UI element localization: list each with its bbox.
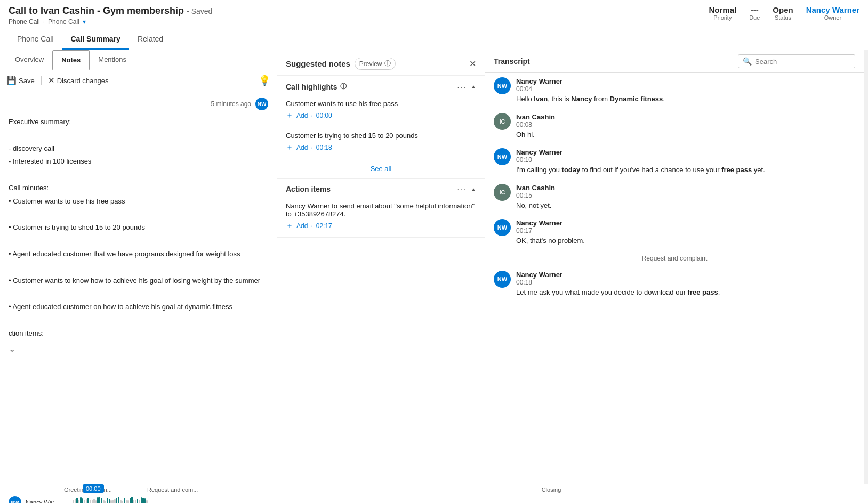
action-items-collapse-icon[interactable]: ▲ xyxy=(471,186,476,192)
speaker-ic-1: Ivan Cashin xyxy=(516,113,555,121)
text-nw-3: OK, that's no problem. xyxy=(516,236,585,246)
search-input[interactable] xyxy=(755,58,850,66)
action-items-actions: ··· ▲ xyxy=(457,185,476,193)
note-text-block[interactable]: Executive summary: - discovery call - In… xyxy=(9,117,268,339)
preview-badge[interactable]: Preview ⓘ xyxy=(355,58,396,70)
call-highlights-info-icon[interactable]: ⓘ xyxy=(340,82,347,91)
expand-row[interactable]: ⌄ xyxy=(9,344,268,354)
highlight-add-0[interactable]: ＋ Add · 00:00 xyxy=(286,111,476,120)
toolbar-separator xyxy=(41,76,42,85)
avatar-nw-2: NW xyxy=(494,148,511,165)
timeline-tracks: NW Nancy War... xyxy=(0,493,868,503)
timeline-marker[interactable]: 00:00 xyxy=(83,484,104,503)
transcript-panel: Transcript 🔍 NW Nancy Warner 00:04 Hello… xyxy=(485,50,864,484)
scrollbar[interactable] xyxy=(864,50,868,484)
speaker-nw-3: Nancy Warner xyxy=(516,219,585,227)
add-icon-1: ＋ xyxy=(286,143,293,152)
action-timestamp-0[interactable]: 02:17 xyxy=(316,222,332,230)
save-icon: 💾 xyxy=(6,76,17,85)
call-highlights-actions: ··· ▲ xyxy=(457,83,476,91)
meta-owner: Nancy Warner Owner xyxy=(806,5,859,21)
action-item-0: Nancy Warner to send email about "some h… xyxy=(277,198,485,238)
text-ic-1: Oh hi. xyxy=(516,129,555,140)
timestamp-link-0[interactable]: 00:00 xyxy=(316,112,332,119)
segment-request: Request and com... xyxy=(147,486,243,493)
transcript-entry-ic-1: IC Ivan Cashin 00:08 Oh hi. xyxy=(494,113,855,140)
marker-label: 00:00 xyxy=(83,484,104,493)
avatar-nw-4: NW xyxy=(494,271,511,288)
phone-call-dropdown[interactable]: ▾ xyxy=(83,18,86,26)
timeline-segments: Greetings and in... Request and com... C… xyxy=(9,486,859,493)
avatar-ic-2: IC xyxy=(494,184,511,201)
transcript-body: NW Nancy Warner 00:04 Hello Ivan, this i… xyxy=(485,73,864,484)
tab-call-summary[interactable]: Call Summary xyxy=(62,29,129,50)
transcript-entry-nw-3: NW Nancy Warner 00:17 OK, that's no prob… xyxy=(494,219,855,246)
sub-tab-overview[interactable]: Overview xyxy=(6,50,52,70)
meta-priority: Normal Priority xyxy=(709,5,736,21)
suggested-close-button[interactable]: ✕ xyxy=(469,59,476,69)
highlight-item-0: Customer wants to use his free pass ＋ Ad… xyxy=(277,95,485,127)
page-header: Call to Ivan Cashin - Gym membership - S… xyxy=(0,0,868,29)
text-ic-2: No, not yet. xyxy=(516,200,555,211)
search-box[interactable]: 🔍 xyxy=(738,54,855,68)
call-highlights-header: Call highlights ⓘ ··· ▲ xyxy=(277,76,485,95)
time-nw-4: 00:18 xyxy=(516,279,720,286)
see-all-button[interactable]: See all xyxy=(277,159,485,179)
add-icon-0: ＋ xyxy=(286,111,293,120)
action-add-0[interactable]: ＋ Add · 02:17 xyxy=(286,221,476,231)
suggested-header: Suggested notes Preview ⓘ ✕ xyxy=(277,50,485,76)
speaker-nw-1: Nancy Warner xyxy=(516,77,665,85)
action-items-title: Action items xyxy=(286,185,331,193)
transcript-entry-ic-2: IC Ivan Cashin 00:15 No, not yet. xyxy=(494,184,855,211)
suggested-body: Call highlights ⓘ ··· ▲ Customer wants t… xyxy=(277,76,485,484)
transcript-entry-nw-2: NW Nancy Warner 00:10 I'm calling you to… xyxy=(494,148,855,175)
transcript-title: Transcript xyxy=(494,57,530,66)
transcript-header: Transcript 🔍 xyxy=(485,50,864,73)
highlight-item-1: Customer is trying to shed 15 to 20 poun… xyxy=(277,127,485,159)
timestamp-link-1[interactable]: 00:18 xyxy=(316,144,332,151)
chevron-down-icon: ⌄ xyxy=(9,344,15,354)
track-waveform-nw xyxy=(73,496,859,503)
action-add-icon-0: ＋ xyxy=(286,221,293,231)
call-highlights-collapse-icon[interactable]: ▲ xyxy=(471,84,476,90)
time-nw-2: 00:10 xyxy=(516,156,765,164)
action-items-more-icon[interactable]: ··· xyxy=(457,185,467,193)
search-icon: 🔍 xyxy=(743,57,752,66)
timeline-bar: 00:00 Greetings and in... Request and co… xyxy=(0,484,868,503)
call-highlights-title: Call highlights ⓘ xyxy=(286,82,347,91)
page-title: Call to Ivan Cashin - Gym membership - S… xyxy=(9,5,212,17)
section-divider-1: Request and complaint xyxy=(494,255,855,262)
speaker-nw-4: Nancy Warner xyxy=(516,271,720,279)
tab-phone-call[interactable]: Phone Call xyxy=(9,29,62,50)
save-button[interactable]: 💾 Save xyxy=(6,76,35,85)
segment-greetings: Greetings and in... xyxy=(62,486,147,493)
time-ic-1: 00:08 xyxy=(516,121,555,128)
segment-closing: Closing xyxy=(243,486,859,493)
sub-tab-bar: Overview Notes Mentions xyxy=(0,50,277,70)
bulb-icon[interactable]: 💡 xyxy=(259,75,270,86)
track-label-nw: Nancy War... xyxy=(26,499,68,503)
sub-tab-mentions[interactable]: Mentions xyxy=(90,50,135,70)
time-nw-1: 00:04 xyxy=(516,85,665,93)
speaker-nw-2: Nancy Warner xyxy=(516,148,765,156)
avatar-nw-3: NW xyxy=(494,219,511,236)
highlight-add-1[interactable]: ＋ Add · 00:18 xyxy=(286,143,476,152)
track-nw: NW Nancy War... xyxy=(9,496,859,503)
phone-call-link[interactable]: Phone Call xyxy=(48,18,79,26)
main-content: Overview Notes Mentions 💾 Save ✕ Discard… xyxy=(0,50,868,484)
header-left: Call to Ivan Cashin - Gym membership - S… xyxy=(9,5,212,26)
notes-content: 5 minutes ago NW Executive summary: - di… xyxy=(0,91,277,484)
avatar-nw-1: NW xyxy=(494,77,511,94)
main-tab-bar: Phone Call Call Summary Related xyxy=(0,29,868,50)
transcript-entry-nw-1: NW Nancy Warner 00:04 Hello Ivan, this i… xyxy=(494,77,855,104)
text-nw-4: Let me ask you what made you decide to d… xyxy=(516,287,720,298)
call-highlights-more-icon[interactable]: ··· xyxy=(457,83,467,91)
discard-button[interactable]: ✕ Discard changes xyxy=(48,76,109,85)
header-subtitle: Phone Call · Phone Call ▾ xyxy=(9,18,212,26)
timestamp-row: 5 minutes ago NW xyxy=(9,98,268,110)
tab-related[interactable]: Related xyxy=(129,29,172,50)
notes-toolbar: 💾 Save ✕ Discard changes 💡 xyxy=(0,70,277,91)
speaker-ic-2: Ivan Cashin xyxy=(516,184,555,192)
sub-tab-notes[interactable]: Notes xyxy=(52,50,90,70)
time-ic-2: 00:15 xyxy=(516,192,555,199)
